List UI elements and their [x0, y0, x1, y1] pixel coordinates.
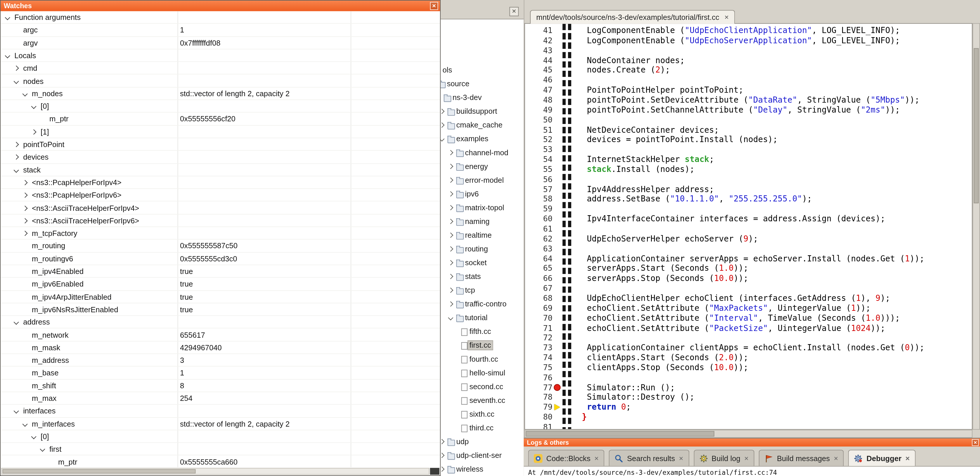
watch-row[interactable]: m_routing0x555555587c50 — [1, 240, 440, 252]
tree-item-sixth-cc[interactable]: sixth.cc — [439, 407, 524, 421]
expand-arrow-icon[interactable] — [448, 246, 453, 251]
watches-titlebar[interactable]: Watches ✕ — [1, 1, 440, 11]
watches-horizontal-scrollbar-thumb[interactable] — [3, 469, 196, 473]
code-text[interactable]: LogComponentEnable ("UdpEchoServerApplic… — [587, 36, 900, 46]
projects-close-button[interactable]: ✕ — [509, 7, 519, 16]
tree-item-channel-mod[interactable]: channel-mod — [439, 145, 524, 159]
code-text[interactable]: UdpEchoClientHelper echoClient (interfac… — [587, 293, 890, 303]
watch-row[interactable]: m_nodesstd::vector of length 2, capacity… — [1, 88, 440, 100]
watch-row[interactable]: argc1 — [1, 24, 440, 37]
breakpoint-icon[interactable] — [554, 384, 561, 391]
code-text[interactable]: PointToPointHelper pointToPoint; — [587, 85, 744, 95]
watch-row[interactable]: pointToPoint — [1, 138, 440, 151]
tree-item-buildsupport[interactable]: buildsupport — [439, 104, 524, 118]
tree-item-udp[interactable]: udp — [439, 435, 524, 449]
line-number[interactable]: 74 — [525, 353, 552, 363]
logs-close-button[interactable]: ✕ — [972, 439, 979, 446]
code-text[interactable]: serverApps.Start (Seconds (1.0)); — [587, 264, 749, 273]
line-number[interactable]: 63 — [525, 244, 552, 254]
line-number[interactable]: 72 — [525, 333, 552, 343]
watch-row[interactable]: <ns3::PcapHelperForIpv4> — [1, 176, 440, 189]
tree-item-ipv6[interactable]: ipv6 — [439, 187, 524, 201]
expand-arrow-icon[interactable] — [448, 205, 453, 210]
tree-item-tutorial[interactable]: tutorial — [439, 311, 524, 324]
editor-horizontal-scrollbar-thumb[interactable] — [526, 431, 715, 436]
watch-row[interactable]: <ns3::PcapHelperForIpv6> — [1, 189, 440, 201]
line-number[interactable]: 81 — [525, 422, 552, 430]
line-number[interactable]: 44 — [525, 55, 552, 65]
tree-item-seventh-cc[interactable]: seventh.cc — [439, 393, 524, 407]
line-number[interactable]: 48 — [525, 95, 552, 105]
tree-item-traffic-contro[interactable]: traffic-contro — [439, 297, 524, 311]
watch-row[interactable]: Function arguments — [1, 11, 440, 24]
collapse-arrow-icon[interactable] — [14, 78, 19, 84]
line-number[interactable]: 41 — [525, 26, 552, 36]
line-number[interactable]: 64 — [525, 254, 552, 264]
line-number[interactable]: 47 — [525, 85, 552, 95]
line-number[interactable]: 68 — [525, 293, 552, 303]
watch-row[interactable]: stack — [1, 164, 440, 176]
log-tab-close-icon[interactable]: ✕ — [744, 455, 749, 461]
line-number[interactable]: 51 — [525, 125, 552, 135]
collapse-arrow-icon[interactable] — [448, 315, 453, 321]
watch-row[interactable]: m_max254 — [1, 392, 440, 405]
watch-row[interactable]: interfaces — [1, 405, 440, 417]
tree-item-ns-3-dev[interactable]: ns-3-dev — [439, 91, 524, 104]
expand-arrow-icon[interactable] — [14, 66, 19, 71]
expand-arrow-icon[interactable] — [448, 274, 453, 279]
expand-arrow-icon[interactable] — [14, 155, 19, 160]
log-tab-build-messages[interactable]: Build messages✕ — [759, 450, 844, 466]
code-text[interactable]: InternetStackHelper stack; — [587, 155, 714, 165]
watch-row[interactable]: address — [1, 316, 440, 329]
tree-item-wireless[interactable]: wireless — [439, 462, 524, 476]
line-number[interactable]: 50 — [525, 115, 552, 125]
collapse-arrow-icon[interactable] — [14, 319, 19, 325]
line-number[interactable]: 65 — [525, 264, 552, 273]
watch-row[interactable]: first — [1, 443, 440, 455]
code-text[interactable]: clientApps.Start (Seconds (2.0)); — [587, 353, 749, 363]
watch-row[interactable]: m_shift8 — [1, 380, 440, 392]
tree-item-third-cc[interactable]: third.cc — [439, 421, 524, 435]
line-number[interactable]: 78 — [525, 392, 552, 403]
line-number[interactable]: 46 — [525, 75, 552, 85]
editor-tab-first-cc[interactable]: mnt/dev/tools/source/ns-3-dev/examples/t… — [530, 10, 735, 24]
code-editor[interactable]: 41LogComponentEnable ("UdpEchoClientAppl… — [525, 23, 973, 430]
line-number[interactable]: 42 — [525, 36, 552, 46]
watch-row[interactable]: m_ipv6NsRsJitterEnabledtrue — [1, 303, 440, 316]
expand-arrow-icon[interactable] — [22, 205, 27, 211]
code-text[interactable]: echoClient.SetAttribute ("PacketSize", U… — [587, 323, 885, 333]
editor-vertical-scrollbar-thumb[interactable] — [974, 48, 979, 203]
collapse-arrow-icon[interactable] — [22, 91, 27, 96]
tree-item-realtime[interactable]: realtime — [439, 228, 524, 242]
watch-row[interactable]: devices — [1, 151, 440, 163]
watch-row[interactable]: m_ipv4Enabledtrue — [1, 265, 440, 278]
tree-item-socket[interactable]: socket — [439, 256, 524, 270]
tree-item-second-cc[interactable]: second.cc — [439, 380, 524, 393]
watch-row[interactable]: m_base1 — [1, 367, 440, 379]
tree-item-energy[interactable]: energy — [439, 160, 524, 173]
watch-row[interactable]: <ns3::AsciiTraceHelperForIpv6> — [1, 214, 440, 227]
expand-arrow-icon[interactable] — [448, 302, 453, 307]
code-text[interactable]: devices = pointToPoint.Install (nodes); — [587, 135, 778, 145]
watch-row[interactable]: m_ipv6Enabledtrue — [1, 278, 440, 290]
collapse-arrow-icon[interactable] — [31, 434, 36, 439]
expand-arrow-icon[interactable] — [448, 177, 453, 183]
line-number[interactable]: 77 — [525, 382, 552, 392]
watch-row[interactable]: <ns3::AsciiTraceHelperForIpv4> — [1, 202, 440, 214]
watches-close-button[interactable]: ✕ — [430, 2, 438, 10]
watch-row[interactable]: m_network655617 — [1, 329, 440, 341]
tree-item-ols[interactable]: ols — [439, 63, 524, 77]
tree-item-udp-client-ser[interactable]: udp-client-ser — [439, 449, 524, 462]
tree-item-error-model[interactable]: error-model — [439, 173, 524, 187]
line-number[interactable]: 61 — [525, 224, 552, 234]
log-tab-close-icon[interactable]: ✕ — [905, 455, 910, 461]
collapse-arrow-icon[interactable] — [31, 104, 36, 109]
code-text[interactable]: ApplicationContainer serverApps = echoSe… — [587, 254, 924, 264]
line-number[interactable]: 71 — [525, 323, 552, 333]
code-text[interactable]: Simulator::Destroy (); — [587, 392, 695, 403]
watch-row[interactable]: cmd — [1, 62, 440, 75]
log-tab-code-blocks[interactable]: Code::Blocks✕ — [528, 450, 604, 466]
log-tab-close-icon[interactable]: ✕ — [594, 455, 599, 461]
watches-horizontal-scrollbar[interactable] — [1, 468, 429, 475]
collapse-arrow-icon[interactable] — [14, 167, 19, 173]
